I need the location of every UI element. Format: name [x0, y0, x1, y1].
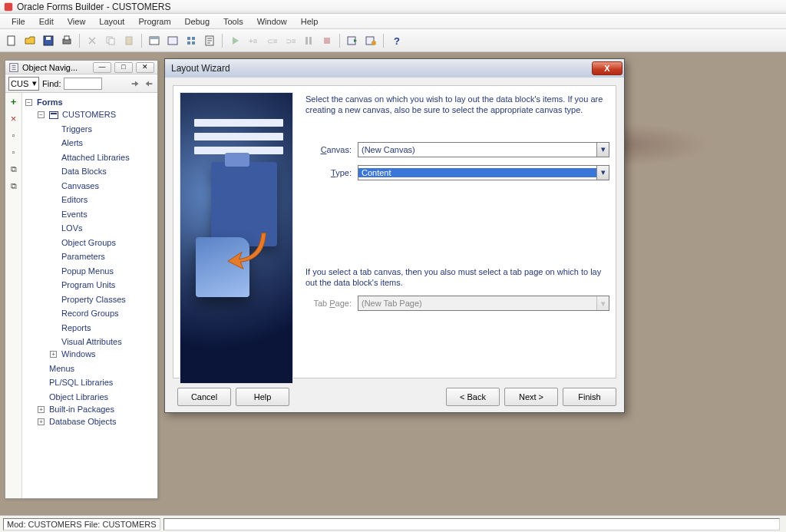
expander-icon[interactable]: + — [50, 351, 57, 358]
tree-item[interactable]: PL/SQL Libraries — [49, 377, 113, 388]
expander-icon[interactable]: − — [38, 111, 45, 118]
tb-open-icon[interactable] — [21, 32, 38, 49]
status-bar: Mod: CUSTOMERS File: CUSTOMERS — [0, 515, 786, 532]
menu-program[interactable]: Program — [131, 15, 177, 28]
tb-print-icon[interactable] — [58, 32, 75, 49]
tree-item[interactable]: Object Libraries — [49, 392, 108, 403]
nav-close-button[interactable]: ✕ — [136, 62, 154, 73]
tree-item[interactable]: Record Groups — [61, 308, 119, 319]
tree-item[interactable]: Alerts — [61, 137, 83, 149]
tb-sep — [339, 34, 340, 48]
paste-icon[interactable]: ⧉ — [8, 180, 19, 191]
tree-item[interactable]: Editors — [61, 194, 88, 206]
tb-plsql-icon[interactable] — [201, 32, 218, 49]
tb-cut-icon[interactable] — [84, 32, 101, 49]
tb-rundebug-icon[interactable] — [362, 32, 379, 49]
menu-tools[interactable]: Tools — [216, 15, 250, 28]
menu-window[interactable]: Window — [250, 15, 294, 28]
cancel-button[interactable]: Cancel — [177, 388, 231, 406]
tree-item[interactable]: Database Objects — [49, 416, 116, 428]
menu-file[interactable]: File — [5, 15, 32, 28]
tb-help-icon[interactable]: ? — [388, 32, 405, 49]
tree-item[interactable]: Windows — [61, 349, 96, 360]
find-prev-icon[interactable] — [144, 78, 154, 89]
tree-item[interactable]: Object Groups — [61, 237, 116, 249]
svg-rect-20 — [305, 37, 308, 45]
nav-minimize-button[interactable]: — — [93, 62, 111, 73]
tb-stepover-icon[interactable]: ⊂≡ — [263, 32, 280, 49]
help-button[interactable]: Help — [236, 388, 289, 406]
tb-form-icon[interactable] — [146, 32, 163, 49]
menu-help[interactable]: Help — [294, 15, 325, 28]
back-button[interactable]: < Back — [446, 388, 500, 406]
type-combobox[interactable]: Content ▾ — [358, 165, 609, 180]
tree-item[interactable]: Program Units — [61, 279, 115, 291]
nav-maximize-button[interactable]: □ — [114, 62, 133, 73]
tb-copy-icon[interactable] — [102, 32, 119, 49]
navigator-icon — [8, 62, 19, 73]
wizard-close-button[interactable]: X — [592, 61, 623, 75]
object-navigator-titlebar[interactable]: Object Navig... — □ ✕ — [5, 61, 157, 74]
find-next-icon[interactable] — [130, 78, 140, 89]
tree-item[interactable]: LOVs — [61, 223, 83, 234]
tree-item[interactable]: Visual Attributes — [61, 336, 122, 348]
menu-view[interactable]: View — [61, 15, 93, 28]
tb-resume-icon[interactable] — [300, 32, 317, 49]
menu-layout[interactable]: Layout — [92, 15, 131, 28]
tree-item[interactable]: Events — [61, 209, 88, 220]
tb-stepout-icon[interactable]: ⊃≡ — [282, 32, 299, 49]
menu-edit[interactable]: Edit — [32, 15, 61, 28]
tb-paste-icon[interactable] — [121, 32, 137, 49]
wizard-title: Layout Wizard — [171, 63, 230, 74]
tb-run-icon[interactable] — [226, 32, 243, 49]
tree-item[interactable]: Attached Libraries — [61, 152, 130, 164]
tree-item[interactable]: Built-in Packages — [49, 404, 114, 415]
tabpage-note: If you select a tab canvas, then you als… — [305, 266, 609, 289]
tb-stepinto-icon[interactable]: +≡ — [245, 32, 262, 49]
expand-icon[interactable]: ▫ — [8, 130, 19, 140]
tree-module[interactable]: CUSTOMERS — [62, 109, 116, 121]
svg-rect-21 — [309, 37, 312, 45]
find-input[interactable] — [64, 78, 102, 90]
svg-rect-8 — [126, 37, 132, 45]
canvas-combobox[interactable]: (New Canvas) ▾ — [358, 142, 609, 157]
next-button[interactable]: Next > — [504, 388, 558, 406]
expander-icon[interactable]: − — [25, 99, 32, 106]
svg-text:?: ? — [394, 35, 400, 47]
tree-item[interactable]: Menus — [49, 363, 74, 375]
tree-item[interactable]: Canvases — [61, 180, 99, 192]
tb-new-icon[interactable] — [3, 32, 20, 49]
svg-rect-5 — [64, 36, 69, 40]
tree-item[interactable]: Triggers — [61, 124, 92, 135]
finish-button[interactable]: Finish — [563, 388, 616, 406]
svg-rect-7 — [109, 38, 114, 45]
svg-rect-13 — [192, 37, 195, 40]
tb-stop-icon[interactable] — [319, 32, 335, 49]
tb-runform-icon[interactable] — [344, 32, 361, 49]
tree-item[interactable]: Popup Menus — [61, 266, 114, 277]
collapse-icon[interactable]: ▫ — [8, 147, 19, 157]
navigator-tree[interactable]: −Forms −CUSTOMERS TriggersAlertsAttached… — [22, 93, 157, 498]
delete-icon[interactable]: × — [8, 113, 19, 124]
tree-forms[interactable]: Forms — [37, 97, 63, 108]
type-label: Type: — [305, 168, 352, 177]
add-icon[interactable]: + — [8, 96, 19, 107]
tree-item[interactable]: Reports — [61, 322, 91, 334]
canvas-value: (New Canvas) — [358, 145, 596, 154]
svg-rect-1 — [8, 36, 15, 45]
tb-save-icon[interactable] — [40, 32, 57, 49]
menu-debug[interactable]: Debug — [178, 15, 216, 28]
tb-canvas-icon[interactable] — [164, 32, 181, 49]
tree-item[interactable]: Parameters — [61, 251, 105, 263]
tree-item[interactable]: Property Classes — [61, 294, 126, 306]
tree-item[interactable]: Data Blocks — [61, 166, 107, 177]
expander-icon[interactable]: + — [38, 418, 45, 425]
chevron-down-icon[interactable]: ▾ — [596, 143, 609, 157]
find-label: Find: — [42, 79, 61, 88]
tb-block-icon[interactable] — [183, 32, 200, 49]
chevron-down-icon[interactable]: ▾ — [596, 166, 609, 180]
expander-icon[interactable]: + — [38, 406, 45, 413]
copy-icon[interactable]: ⧉ — [8, 164, 19, 174]
wizard-titlebar[interactable]: Layout Wizard X — [165, 59, 624, 78]
navigator-selector[interactable]: CUS▾ — [8, 77, 39, 91]
